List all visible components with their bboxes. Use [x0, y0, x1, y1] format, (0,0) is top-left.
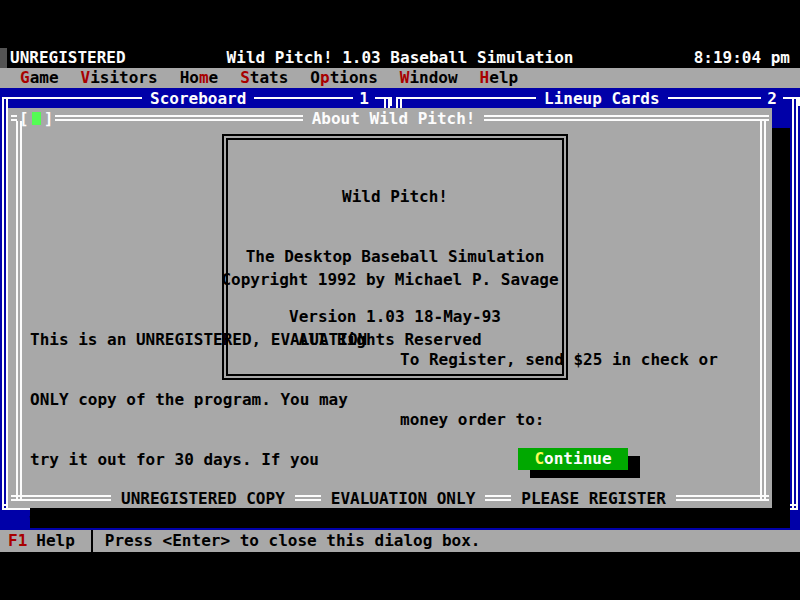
- menu-stats[interactable]: Stats: [240, 68, 288, 88]
- title-bar: Wild Pitch! 1.03 Baseball Simulation UNR…: [0, 48, 800, 68]
- window-lineup-titlebar: Lineup Cards 2: [394, 88, 800, 108]
- statusbar-divider: [91, 530, 93, 552]
- footer-register: PLEASE REGISTER: [511, 489, 676, 508]
- desktop: Scoreboard 1 Lineup Cards 2: [0, 88, 800, 530]
- screen: Wild Pitch! 1.03 Baseball Simulation UNR…: [0, 0, 800, 600]
- menu-home[interactable]: Home: [180, 68, 219, 88]
- about-dialog: [] About Wild Pitch! Wild Pitch! The Des…: [8, 108, 772, 508]
- menu-visitors[interactable]: Visitors: [81, 68, 158, 88]
- border-line: [254, 97, 353, 99]
- dialog-title: About Wild Pitch!: [303, 109, 485, 128]
- border-line: [668, 97, 762, 99]
- footer-evaluation: EVALUATION ONLY: [321, 489, 486, 508]
- product-name: Wild Pitch!: [228, 187, 562, 207]
- copyright-line: Copyright 1992 by Michael P. Savage: [8, 270, 772, 290]
- window-scoreboard-titlebar: Scoreboard 1: [0, 88, 392, 108]
- window-scoreboard-title[interactable]: Scoreboard: [142, 89, 254, 108]
- border-line: [485, 495, 511, 501]
- border-line: [484, 115, 769, 121]
- border-line: [2, 97, 142, 99]
- border-line: [676, 495, 769, 501]
- evaluation-text: This is an UNREGISTERED, EVALUATION ONLY…: [30, 290, 367, 600]
- border-line: [375, 97, 384, 99]
- menu-bar: Game Visitors Home Stats Options Window …: [0, 68, 800, 88]
- f1-help-key[interactable]: F1: [0, 530, 27, 552]
- border-line: [783, 97, 792, 99]
- window-scoreboard-number: 1: [353, 89, 375, 108]
- border-line: [396, 97, 536, 99]
- status-bar: F1 Help Press <Enter> to close this dial…: [0, 530, 800, 552]
- menu-window[interactable]: Window: [400, 68, 458, 88]
- menu-options[interactable]: Options: [310, 68, 377, 88]
- border-line: [55, 115, 302, 121]
- window-lineup-title[interactable]: Lineup Cards: [536, 89, 668, 108]
- border-line: [11, 495, 111, 501]
- registration-status: UNREGISTERED: [10, 48, 126, 68]
- dialog-titlebar: [] About Wild Pitch!: [8, 108, 772, 128]
- footer-unregistered: UNREGISTERED COPY: [111, 489, 295, 508]
- dialog-footer: UNREGISTERED COPY EVALUATION ONLY PLEASE…: [8, 488, 772, 508]
- close-glyph: [32, 112, 41, 125]
- clock: 8:19:04 pm: [694, 48, 790, 68]
- menu-game[interactable]: Game: [20, 68, 59, 88]
- f1-help-label[interactable]: Help: [27, 530, 75, 552]
- menu-help[interactable]: Help: [480, 68, 519, 88]
- window-lineup-number: 2: [761, 89, 783, 108]
- statusbar-message: Press <Enter> to close this dialog box.: [105, 530, 481, 552]
- border-line: [295, 495, 321, 501]
- continue-button[interactable]: Continue: [518, 448, 628, 470]
- register-address-2: PO Box 536, Glen Ridge, NJ 07028: [400, 590, 737, 600]
- window-border: [792, 99, 798, 509]
- close-icon[interactable]: []: [17, 109, 55, 128]
